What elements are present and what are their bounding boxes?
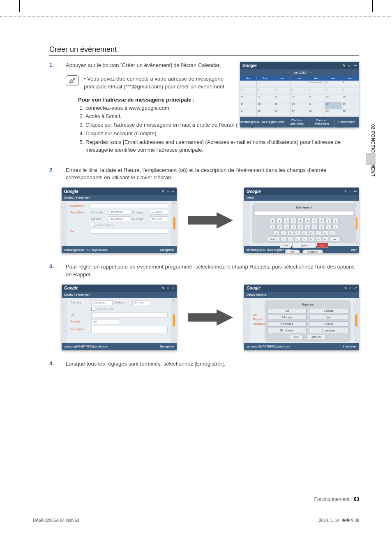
event-title-input[interactable] [91,203,168,208]
where-label: Où [70,230,89,233]
reminders-ok-button[interactable]: OK [289,335,304,339]
keyboard-cancel-button[interactable]: Annuler [302,250,323,253]
other-calendars-button[interactable]: D'autres calendriers [284,117,309,127]
calendar-screenshot: Google ✎ ⌂ ↩ ‹ juin 2012 › dim. lun. mar… [240,62,359,127]
calendar-account-label: samsungSMARTREF@gmail.com [240,117,284,127]
home-icon: ⌂ [349,286,351,290]
sym-key[interactable]: SYM [280,243,291,248]
edit-icon: ✎ [344,286,347,290]
step-3: 3. Pour régler un rappel pour un événeme… [49,263,359,279]
logout-button[interactable]: Déconnexion [334,117,359,127]
event-detail-reminders-screenshot: Google ✎⌂↩ Détails d'événement A la date… [62,285,177,350]
all-day-checkbox[interactable] [91,223,95,227]
step-number: 1. [49,62,66,69]
svg-marker-0 [188,212,233,229]
step-3-text: Pour régler un rappel pour un événement … [66,263,359,279]
topbar-icons: ✎ ⌂ ↩ [340,64,357,67]
arrow-icon [177,212,244,229]
arrow-icon [177,309,244,326]
calendar-month-label: juin 2012 [293,71,306,74]
reminders-popup-title: Rappels [267,303,348,306]
time-to-input[interactable]: pm 07:03 [150,216,168,221]
details-title: Détails d'événement [62,195,177,201]
keyboard-popup-screenshot: Google ✎⌂↩ Détail ⌃⌄ Événement 123456789… [244,188,359,253]
onscreen-keyboard: Événement 1234567890 qwertyuiop asdfghjk… [252,203,356,243]
tempsdate-label: Temps/Date [70,211,89,214]
reminders-cancel-button[interactable]: Annuler [306,335,327,339]
title-rule [49,56,359,56]
note-text: Vous devez être connecté à votre adresse… [84,76,226,90]
key[interactable]: 1 [270,218,276,223]
home-icon: ⌂ [167,286,169,290]
sidebar-tabs [62,201,67,246]
date-from-input[interactable]: 2012/06/22 [109,210,130,215]
page-title: Créer un événement [49,45,359,54]
backspace-key[interactable]: ⬅ [329,236,341,242]
prev-month-button[interactable]: ‹ [288,71,289,74]
event-label: Événement [70,204,89,207]
note-icon [66,75,79,86]
keyboard-title: Événement [255,206,353,209]
reminders-select[interactable]: Nul [91,319,119,324]
home-icon: ⌂ [349,190,351,193]
edit-icon: ✎ [161,190,164,193]
where-input[interactable] [91,313,168,317]
back-icon: ↩ [171,190,174,193]
edit-icon: ✎ [342,64,345,67]
svg-marker-1 [188,309,233,326]
details-title-partial: Détail [244,195,359,201]
shift-key[interactable]: Shift ↑ [268,236,279,242]
edit-icon: ✎ [344,190,347,193]
google-logo: Google [64,189,78,194]
home-icon: ⌂ [348,64,350,67]
save-button[interactable]: Enregistrer [160,248,174,251]
print-timestamp: 2014. 5. 14. �� 9:39 [319,518,359,523]
footer-section: Fonctionnement _ [314,496,354,502]
space-key[interactable]: Space [292,243,316,248]
note-bullet: • [84,76,86,82]
google-logo: Google [247,189,261,194]
description-label: Description [71,328,90,331]
step-number: 4. [49,360,66,368]
all-day-checkbox[interactable] [91,307,95,311]
print-filename: DA68-02935A-04.indb 63 [33,518,79,523]
sub-step-4: Cliquez sur Account (Compte). [85,130,359,138]
time-from-input[interactable]: pm 06:03 [150,210,168,215]
where-input[interactable] [91,229,168,234]
sub-step-5: Regardez sous [Email addresses and usern… [85,139,359,154]
reminder-option[interactable]: Nul [267,308,307,313]
save-button[interactable]: Enregistrer [343,345,357,348]
all-day-label: Tous les jours [97,224,113,227]
step-4: 4. Lorsque tous les réglages sont termin… [49,360,359,368]
lang-key[interactable]: E/F [317,243,328,248]
create-event-button[interactable]: Créer un événement [309,117,334,127]
keyboard-text-field[interactable] [255,211,353,216]
print-footer: DA68-02935A-04.indb 63 2014. 5. 14. �� 9… [33,518,359,523]
date-to-input[interactable]: 2012/06/22 [109,216,130,221]
home-icon: ⌂ [167,190,169,193]
next-month-button[interactable]: › [310,71,311,74]
page-number: 63 [354,496,359,502]
save-button[interactable]: Enregistrer [160,345,174,348]
calendar-footer: samsungSMARTREF@gmail.com D'autres calen… [240,117,359,127]
description-input[interactable] [91,326,168,333]
event-detail-screenshot: Google ✎⌂↩ Détails d'événement Événement… [62,188,177,253]
step-1-text: Appuyez sur le bouton [Créer un événemen… [66,62,230,69]
step-number: 2. [49,167,66,182]
reminders-label: Rappels [71,320,90,323]
page-footer: Fonctionnement _63 [49,496,359,502]
step-2-text: Entrez le titre, la date et l'heure, l'e… [66,167,359,182]
account-label: samsungSMARTREF@gmail.com [64,248,108,251]
back-icon: ↩ [354,64,357,67]
step-2: 2. Entrez le titre, la date et l'heure, … [49,167,359,182]
keyboard-ok-button[interactable]: OK [285,250,300,253]
back-icon: ↩ [354,190,357,193]
reminders-popup: Rappels Nul1 heure A temps1 jour 5 minut… [265,300,351,342]
step-4-text: Lorsque tous les réglages sont terminés,… [66,360,359,368]
calendar-grid: 3 Dinner at Pa...12 3456789 101112131415… [240,81,359,117]
scrollbar[interactable]: ⌃⌄ [171,201,177,246]
reminders-popup-screenshot: Google ✎⌂↩ Détails d'événe Où Rappels De… [244,285,359,350]
back-icon: ↩ [354,286,357,290]
edit-icon: ✎ [161,286,164,290]
back-icon: ↩ [171,286,174,290]
